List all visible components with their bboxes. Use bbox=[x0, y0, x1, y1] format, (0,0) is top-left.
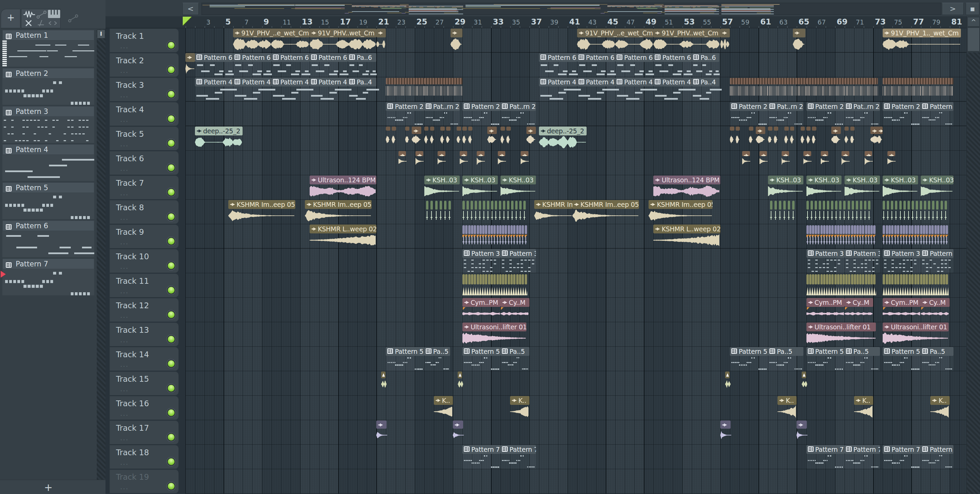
perc-hit-clip[interactable] bbox=[498, 151, 505, 175]
pattern-clip[interactable]: Pattern 4 bbox=[233, 78, 271, 102]
chop-cluster[interactable] bbox=[807, 273, 876, 297]
audio-clip-header[interactable]: 91V_PHV..wet_Cm bbox=[310, 29, 376, 37]
track-mute-led[interactable] bbox=[167, 237, 175, 245]
pattern-name-bar[interactable]: Pattern 7 bbox=[2, 259, 94, 269]
kick-clip-header[interactable] bbox=[730, 127, 734, 131]
kick-clip[interactable] bbox=[468, 127, 473, 150]
audio-clip[interactable]: KSHMR Im..eep 05 bbox=[305, 200, 372, 224]
track-header-9[interactable]: Track 9... bbox=[110, 224, 179, 248]
vertical-scrollbar[interactable]: ^ bbox=[966, 16, 980, 494]
track-header-4[interactable]: Track 4... bbox=[110, 102, 179, 126]
chop-cluster[interactable] bbox=[463, 273, 527, 297]
pattern-clip-header[interactable]: Pattern 5 bbox=[730, 347, 768, 356]
pattern-name-bar[interactable]: Pattern 5 bbox=[2, 183, 94, 193]
kick-clip-header[interactable] bbox=[412, 127, 421, 134]
audio-clip[interactable]: KSHMR Im bbox=[534, 200, 572, 224]
timeline-ruler[interactable]: 3579111315171921232527293133353739414345… bbox=[105, 16, 966, 28]
sweep-hit-clip[interactable] bbox=[721, 421, 731, 444]
pattern-clip-header[interactable]: Pattern 6 bbox=[539, 53, 577, 62]
scroll-up-button[interactable]: ^ bbox=[967, 17, 980, 27]
pattern-clip-header[interactable]: Pattern 5 bbox=[463, 347, 501, 356]
pattern-clip-header[interactable]: Pa..5 bbox=[845, 347, 880, 356]
pattern-clip-header[interactable]: Pattern 2 bbox=[883, 102, 921, 111]
kick-clip[interactable] bbox=[405, 127, 410, 150]
audio-clip-header[interactable]: Ultrasoni..lifter 01 bbox=[463, 322, 527, 331]
playlist-grid[interactable]: 91V_PHV_..e_wet_Cm91V_PHV..wet_Cm91V_PHV… bbox=[185, 28, 966, 494]
audio-clip[interactable]: KSH..03 bbox=[501, 176, 536, 199]
track-mute-led[interactable] bbox=[167, 164, 175, 172]
pattern-clip[interactable]: Pattern 2 bbox=[463, 102, 501, 126]
audio-clip[interactable]: Ultrasoni..lifter 01 bbox=[463, 322, 527, 346]
perc-hit-header[interactable] bbox=[782, 151, 789, 156]
kick-clip-header[interactable] bbox=[501, 127, 505, 131]
pattern-clip-header[interactable]: Pattern 3 bbox=[501, 249, 536, 258]
audio-clip-header[interactable]: K.. bbox=[434, 396, 453, 405]
audio-clip-header[interactable]: K.. bbox=[930, 396, 950, 405]
pattern-item-3[interactable]: Pattern 3 bbox=[0, 105, 96, 144]
pattern-clip-header[interactable]: Pattern 4 bbox=[233, 78, 271, 86]
kick-clip[interactable] bbox=[463, 127, 467, 150]
audio-clip-header[interactable]: KSHMR Im..eep 05 bbox=[649, 200, 713, 209]
pattern-item-7[interactable]: Pattern 7 bbox=[0, 258, 96, 296]
kick-clip[interactable] bbox=[424, 127, 429, 150]
pattern-clip[interactable]: Pattern 4 bbox=[577, 78, 615, 102]
hat-roll-clip[interactable] bbox=[730, 78, 768, 102]
pattern-clip[interactable]: Pattern 4 bbox=[195, 78, 233, 102]
pattern-clip[interactable]: Pattern 7 bbox=[883, 445, 921, 469]
pattern-clip-header[interactable]: Pattern 4 bbox=[272, 78, 310, 86]
pattern-clip[interactable]: Pattern 6 bbox=[233, 53, 271, 77]
kick-clip[interactable] bbox=[756, 127, 765, 150]
audio-clip-header[interactable]: KSH..03 bbox=[424, 176, 460, 184]
perc-hit-header[interactable] bbox=[498, 151, 505, 156]
audio-clip[interactable]: K.. bbox=[434, 396, 453, 420]
pattern-clip-header[interactable]: Pattern 4 bbox=[653, 78, 692, 86]
track-mute-led[interactable] bbox=[167, 41, 175, 49]
audio-clip[interactable]: Ultrasoni..lifter 01 bbox=[807, 322, 876, 346]
kick-clip-header[interactable] bbox=[457, 127, 461, 131]
add-track-tab[interactable]: + bbox=[1, 9, 21, 28]
track-header-1[interactable]: Track 1... bbox=[110, 29, 179, 52]
audio-clip-header[interactable]: 91V_PHV..wet_Cm bbox=[653, 29, 720, 37]
audio-clip-header[interactable]: KSH..03 bbox=[768, 176, 803, 184]
track-mute-led[interactable] bbox=[167, 384, 175, 392]
kick-clip-header[interactable] bbox=[845, 127, 849, 131]
pattern-clip-header[interactable]: Pattern 5 bbox=[807, 347, 845, 356]
track-mute-led[interactable] bbox=[167, 66, 175, 74]
audio-clip[interactable]: KSHMR Im..eep 05 bbox=[649, 200, 713, 224]
fx-hit-header[interactable] bbox=[381, 372, 385, 378]
sweep-hit-clip[interactable] bbox=[797, 421, 807, 444]
track-mute-led[interactable] bbox=[167, 408, 175, 417]
perc-hit-clip[interactable] bbox=[438, 151, 445, 175]
pattern-clip[interactable]: Pattern 4 bbox=[310, 78, 348, 102]
kick-clip[interactable] bbox=[457, 127, 461, 150]
pattern-clip[interactable]: Pa..5 bbox=[768, 347, 803, 371]
perc-hit-clip[interactable] bbox=[865, 151, 872, 175]
chop-cluster[interactable] bbox=[807, 200, 872, 224]
audio-clip-header[interactable]: Cym..PM bbox=[883, 298, 921, 307]
kick-clip-header[interactable] bbox=[430, 127, 434, 131]
pattern-clip[interactable]: Pattern 6 bbox=[539, 53, 577, 77]
audio-clip-header[interactable] bbox=[721, 29, 730, 37]
fx-hit-header[interactable] bbox=[725, 372, 730, 378]
perc-hit-header[interactable] bbox=[803, 151, 811, 156]
kick-clip[interactable] bbox=[801, 127, 805, 150]
pattern-clip-header[interactable]: Pa..4 bbox=[348, 78, 376, 86]
kick-clip-header[interactable] bbox=[506, 127, 511, 131]
pattern-clip[interactable]: Pattern 2 bbox=[386, 102, 424, 126]
perc-hit-header[interactable] bbox=[821, 151, 828, 156]
perc-hit-header[interactable] bbox=[460, 151, 467, 156]
audio-clip[interactable] bbox=[376, 29, 386, 52]
audio-clip[interactable]: KSH..03 bbox=[424, 176, 460, 199]
track-header-14[interactable]: Track 14... bbox=[110, 347, 179, 371]
kick-clip[interactable] bbox=[527, 127, 536, 150]
audio-clip[interactable] bbox=[793, 29, 805, 52]
pattern-clip[interactable]: Pa..4 bbox=[692, 78, 719, 102]
audio-clip[interactable]: 91V_PHV..wet_Cm bbox=[653, 29, 720, 52]
sweep-hit-header[interactable] bbox=[376, 421, 387, 429]
audio-clip-header[interactable]: Cy..M bbox=[845, 298, 873, 307]
pattern-clip-header[interactable]: Pat..rn 2 bbox=[501, 102, 536, 111]
sweep-hit-clip[interactable] bbox=[376, 421, 387, 444]
pattern-clip-header[interactable]: Pattern 7 bbox=[883, 445, 921, 454]
audio-clip[interactable]: KSHMR L..weep 02 bbox=[310, 224, 376, 248]
pattern-item-2[interactable]: Pattern 2 bbox=[0, 67, 96, 105]
